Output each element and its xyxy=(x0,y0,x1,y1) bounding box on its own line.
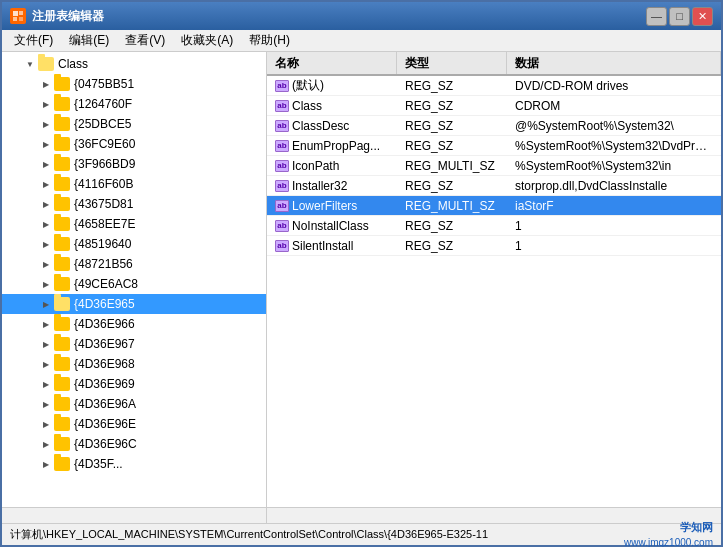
table-row[interactable]: abClassREG_SZCDROM xyxy=(267,96,721,116)
expand-icon[interactable]: ▶ xyxy=(38,296,54,312)
expand-icon[interactable]: ▶ xyxy=(38,176,54,192)
tree-item[interactable]: ▶{25DBCE5 xyxy=(2,114,266,134)
expand-icon[interactable]: ▶ xyxy=(38,276,54,292)
expand-icon[interactable]: ▶ xyxy=(38,76,54,92)
tree-view[interactable]: ▼ Class ▶{0475BB51▶{1264760F▶{25DBCE5▶{3… xyxy=(2,52,266,507)
tree-item[interactable]: ▶{49CE6AC8 xyxy=(2,274,266,294)
expand-icon[interactable]: ▶ xyxy=(38,256,54,272)
expand-icon[interactable]: ▶ xyxy=(38,356,54,372)
tree-item[interactable]: ▶{3F966BD9 xyxy=(2,154,266,174)
tree-item[interactable]: ▶{4D36E969 xyxy=(2,374,266,394)
tree-item-label: {0475BB51 xyxy=(74,77,134,91)
tree-item[interactable]: ▶{36FC9E60 xyxy=(2,134,266,154)
table-row[interactable]: abIconPathREG_MULTI_SZ%SystemRoot%\Syste… xyxy=(267,156,721,176)
tree-item-label: {48519640 xyxy=(74,237,131,251)
registry-value-icon: ab xyxy=(275,100,289,112)
tree-item-label: {4D35F... xyxy=(74,457,123,471)
expand-icon[interactable]: ▶ xyxy=(38,316,54,332)
folder-icon xyxy=(54,97,70,111)
folder-icon xyxy=(54,117,70,131)
tree-item[interactable]: ▶{4D36E966 xyxy=(2,314,266,334)
expand-icon[interactable]: ▼ xyxy=(22,56,38,72)
folder-icon xyxy=(54,217,70,231)
cell-name: abClass xyxy=(267,98,397,114)
tree-item[interactable]: ▶{4D36E96C xyxy=(2,434,266,454)
tree-item[interactable]: ▶{48519640 xyxy=(2,234,266,254)
tree-item[interactable]: ▶{48721B56 xyxy=(2,254,266,274)
tree-item[interactable]: ▶{4D36E967 xyxy=(2,334,266,354)
tree-item[interactable]: ▶{0475BB51 xyxy=(2,74,266,94)
tree-item[interactable]: ▶{4658EE7E xyxy=(2,214,266,234)
expand-icon[interactable]: ▶ xyxy=(38,216,54,232)
header-data[interactable]: 数据 xyxy=(507,52,721,74)
expand-icon[interactable]: ▶ xyxy=(38,116,54,132)
expand-icon[interactable]: ▶ xyxy=(38,456,54,472)
registry-value-icon: ab xyxy=(275,80,289,92)
header-name[interactable]: 名称 xyxy=(267,52,397,74)
tree-root[interactable]: ▼ Class xyxy=(2,54,266,74)
value-name: ClassDesc xyxy=(292,119,349,133)
tree-item[interactable]: ▶{4116F60B xyxy=(2,174,266,194)
registry-value-icon: ab xyxy=(275,200,289,212)
app-icon xyxy=(10,8,26,24)
expand-icon[interactable]: ▶ xyxy=(38,396,54,412)
folder-icon xyxy=(54,417,70,431)
expand-icon[interactable]: ▶ xyxy=(38,376,54,392)
tree-item[interactable]: ▶{4D36E965 xyxy=(2,294,266,314)
expand-icon[interactable]: ▶ xyxy=(38,196,54,212)
table-row[interactable]: abLowerFiltersREG_MULTI_SZiaStorF xyxy=(267,196,721,216)
cell-data: DVD/CD-ROM drives xyxy=(507,78,721,94)
tree-item-label: {48721B56 xyxy=(74,257,133,271)
menu-view[interactable]: 查看(V) xyxy=(117,30,173,51)
close-button[interactable]: ✕ xyxy=(692,7,713,26)
tree-item[interactable]: ▶{4D36E96E xyxy=(2,414,266,434)
main-content: ▼ Class ▶{0475BB51▶{1264760F▶{25DBCE5▶{3… xyxy=(2,52,721,523)
folder-icon xyxy=(38,57,54,71)
cell-name: abSilentInstall xyxy=(267,238,397,254)
cell-name: ab(默认) xyxy=(267,76,397,95)
folder-icon xyxy=(54,177,70,191)
cell-type: REG_MULTI_SZ xyxy=(397,198,507,214)
menu-file[interactable]: 文件(F) xyxy=(6,30,61,51)
cell-data: @%SystemRoot%\System32\ xyxy=(507,118,721,134)
left-horizontal-scroll[interactable] xyxy=(2,507,266,523)
table-rows: ab(默认)REG_SZDVD/CD-ROM drivesabClassREG_… xyxy=(267,76,721,256)
value-name: EnumPropPag... xyxy=(292,139,380,153)
tree-item[interactable]: ▶{4D36E96A xyxy=(2,394,266,414)
table-row[interactable]: abInstaller32REG_SZstorprop.dll,DvdClass… xyxy=(267,176,721,196)
main-window: 注册表编辑器 — □ ✕ 文件(F) 编辑(E) 查看(V) 收藏夹(A) 帮助… xyxy=(0,0,723,547)
maximize-button[interactable]: □ xyxy=(669,7,690,26)
expand-icon[interactable]: ▶ xyxy=(38,236,54,252)
expand-icon[interactable]: ▶ xyxy=(38,336,54,352)
expand-icon[interactable]: ▶ xyxy=(38,416,54,432)
svg-rect-0 xyxy=(13,11,18,16)
tree-item[interactable]: ▶{1264760F xyxy=(2,94,266,114)
menu-favorites[interactable]: 收藏夹(A) xyxy=(173,30,241,51)
tree-item-label: {3F966BD9 xyxy=(74,157,135,171)
expand-icon[interactable]: ▶ xyxy=(38,156,54,172)
tree-item[interactable]: ▶{4D35F... xyxy=(2,454,266,474)
table-row[interactable]: abClassDescREG_SZ@%SystemRoot%\System32\ xyxy=(267,116,721,136)
table-row[interactable]: abNoInstallClassREG_SZ1 xyxy=(267,216,721,236)
value-name: Class xyxy=(292,99,322,113)
expand-icon[interactable]: ▶ xyxy=(38,136,54,152)
menu-help[interactable]: 帮助(H) xyxy=(241,30,298,51)
registry-value-icon: ab xyxy=(275,140,289,152)
expand-icon[interactable]: ▶ xyxy=(38,96,54,112)
tree-item[interactable]: ▶{4D36E968 xyxy=(2,354,266,374)
table-row[interactable]: abSilentInstallREG_SZ1 xyxy=(267,236,721,256)
expand-icon[interactable]: ▶ xyxy=(38,436,54,452)
folder-icon xyxy=(54,337,70,351)
tree-item[interactable]: ▶{43675D81 xyxy=(2,194,266,214)
menu-edit[interactable]: 编辑(E) xyxy=(61,30,117,51)
svg-rect-3 xyxy=(19,17,23,21)
header-type[interactable]: 类型 xyxy=(397,52,507,74)
folder-icon xyxy=(54,457,70,471)
table-body: ab(默认)REG_SZDVD/CD-ROM drivesabClassREG_… xyxy=(267,76,721,507)
cell-name: abInstaller32 xyxy=(267,178,397,194)
cell-type: REG_SZ xyxy=(397,178,507,194)
folder-icon xyxy=(54,437,70,451)
table-row[interactable]: abEnumPropPag...REG_SZ%SystemRoot%\Syste… xyxy=(267,136,721,156)
minimize-button[interactable]: — xyxy=(646,7,667,26)
table-row[interactable]: ab(默认)REG_SZDVD/CD-ROM drives xyxy=(267,76,721,96)
